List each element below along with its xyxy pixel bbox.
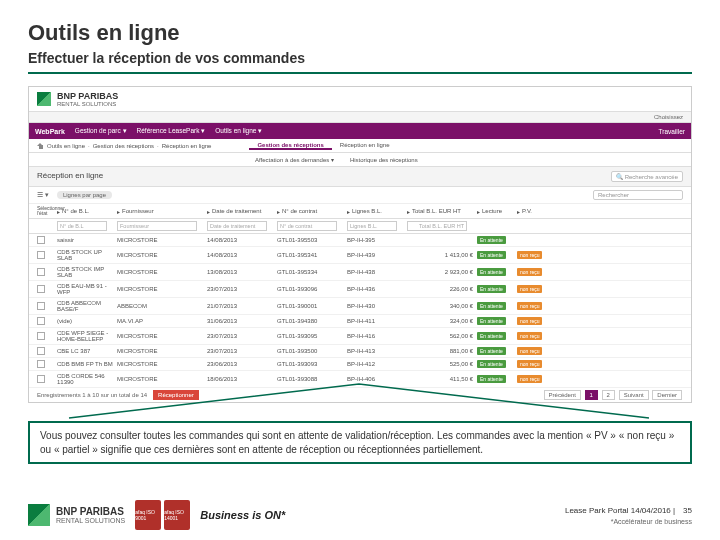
filter-contrat[interactable]: N° de contrat (277, 221, 337, 231)
cell-pv: non reçu (517, 332, 572, 340)
table-row[interactable]: CDB STOCK UP SLABMICROSTORE14/08/2013GTL… (29, 247, 691, 264)
app-brand[interactable]: WebPark (35, 128, 65, 135)
cell-contrat: GTL01-393093 (277, 361, 347, 367)
cell-bl: saissir (57, 237, 117, 243)
row-checkbox[interactable] (37, 302, 45, 310)
breadcrumb-bar: Outils en ligne · Gestion des réceptions… (29, 139, 691, 153)
col-fournisseur[interactable]: ▸ Fournisseur (117, 206, 207, 216)
col-bl[interactable]: ▸ N° de B.L. (57, 206, 117, 216)
cell-total: 1 413,00 € (407, 252, 477, 258)
filter-lignes[interactable]: Lignes B.L. (347, 221, 397, 231)
cell-contrat: GTL01-395341 (277, 252, 347, 258)
col-pv[interactable]: ▸ P.V. (517, 206, 572, 216)
table-row[interactable]: CDB CORDE 546 11390MICROSTORE18/06/2013G… (29, 371, 691, 388)
cell-four: MICROSTORE (117, 252, 207, 258)
row-checkbox[interactable] (37, 236, 45, 244)
tab-gestion[interactable]: Gestion des réceptions (249, 142, 331, 150)
menu-item-parc[interactable]: Gestion de parc ▾ (75, 127, 127, 135)
table-headers: Sélectionner l'état ▸ N° de B.L. ▸ Fourn… (29, 204, 691, 219)
cell-pv: non reçu (517, 285, 572, 293)
cell-lecture: En attente (477, 347, 517, 355)
cell-pv: non reçu (517, 360, 572, 368)
table-row[interactable]: CDB EAU-MB 91 - WFPMICROSTORE23/07/2013G… (29, 281, 691, 298)
table-row[interactable]: CBE LC 387MICROSTORE23/07/2013GTL01-3935… (29, 345, 691, 358)
pager-info: Enregistrements 1 à 10 sur un total de 1… (37, 392, 147, 398)
cell-bl: (vide) (57, 318, 117, 324)
pager-prev[interactable]: Précédent (544, 390, 581, 400)
cell-total: 226,00 € (407, 286, 477, 292)
cell-bl: CBE LC 387 (57, 348, 117, 354)
cell-date: 14/08/2013 (207, 237, 277, 243)
table-row[interactable]: saissirMICROSTORE14/08/2013GTL01-395503B… (29, 234, 691, 247)
row-checkbox[interactable] (37, 360, 45, 368)
filter-row: ☰ ▾ Lignes par page Rechercher (29, 187, 691, 204)
filter-total[interactable]: Total B.L. EUR HT (407, 221, 467, 231)
afaq-badges: afaq ISO 9001 afaq ISO 14001 (135, 500, 190, 530)
filter-toggle[interactable]: ☰ ▾ (37, 191, 49, 199)
subtab-affectation[interactable]: Affectation à des demandes ▾ (247, 153, 342, 166)
panel-title-bar: Réception en ligne 🔍 Recherche avancée (29, 167, 691, 187)
cell-pv: non reçu (517, 317, 572, 325)
brand-sub: RENTAL SOLUTIONS (57, 101, 118, 107)
menu-item-ref[interactable]: Référence LeasePark ▾ (137, 127, 206, 135)
cell-bl: CDB ABBECOM BASE/F (57, 300, 117, 312)
home-icon (37, 143, 44, 149)
cell-lignes: BP-IH-436 (347, 286, 407, 292)
slide-title: Outils en ligne (28, 20, 692, 46)
row-checkbox[interactable] (37, 285, 45, 293)
afaq-14001-icon: afaq ISO 14001 (164, 500, 190, 530)
row-checkbox[interactable] (37, 251, 45, 259)
breadcrumb[interactable]: Outils en ligne · Gestion des réceptions… (29, 139, 219, 152)
pager-2[interactable]: 2 (602, 390, 615, 400)
cell-four: MICROSTORE (117, 348, 207, 354)
row-checkbox[interactable] (37, 375, 45, 383)
col-lignes[interactable]: ▸ Lignes B.L. (347, 206, 407, 216)
row-checkbox[interactable] (37, 317, 45, 325)
col-contrat[interactable]: ▸ N° de contrat (277, 206, 347, 216)
cell-contrat: GTL01-390001 (277, 303, 347, 309)
table-row[interactable]: (vide)MA.VI.AP31/06/2013GTL01-394380BP-I… (29, 315, 691, 328)
cell-total: 324,00 € (407, 318, 477, 324)
cell-pv: non reçu (517, 268, 572, 276)
table-row[interactable]: CDE WFP SIEGE - HOME-BELLEFPMICROSTORE23… (29, 328, 691, 345)
receive-button[interactable]: Réceptionner (153, 390, 199, 400)
menu-item-outils[interactable]: Outils en ligne ▾ (215, 127, 262, 135)
cell-date: 23/07/2013 (207, 333, 277, 339)
row-checkbox[interactable] (37, 268, 45, 276)
pager-next[interactable]: Suivant (619, 390, 649, 400)
cell-lecture: En attente (477, 236, 517, 244)
col-total[interactable]: ▸ Total B.L. EUR HT (407, 206, 477, 216)
filter-bl[interactable]: N° de B.L (57, 221, 107, 231)
cell-four: ABBECOM (117, 303, 207, 309)
table-body: saissirMICROSTORE14/08/2013GTL01-395503B… (29, 234, 691, 388)
pager-1[interactable]: 1 (585, 390, 598, 400)
table-row[interactable]: CDB STOCK IMP SLABMICROSTORE13/08/2013GT… (29, 264, 691, 281)
filter-four[interactable]: Fournisseur (117, 221, 197, 231)
pager-controls: Précédent 1 2 Suivant Dernier (543, 392, 683, 398)
table-row[interactable]: CDB ABBECOM BASE/FABBECOM21/07/2013GTL01… (29, 298, 691, 315)
cell-lignes: BP-IH-430 (347, 303, 407, 309)
cell-pv: non reçu (517, 302, 572, 310)
cell-lignes: BP-IH-411 (347, 318, 407, 324)
bnp-logo-icon (28, 504, 50, 526)
row-checkbox[interactable] (37, 332, 45, 340)
user-select[interactable]: Choisissez (654, 114, 683, 120)
row-checkbox[interactable] (37, 347, 45, 355)
col-lecture[interactable]: ▸ Lecture (477, 206, 517, 216)
subtab-historique[interactable]: Historique des réceptions (342, 153, 426, 166)
lines-per-page[interactable]: Lignes par page (57, 191, 112, 199)
adv-search-button[interactable]: 🔍 Recherche avancée (611, 171, 683, 182)
footer-slogan: *Accélérateur de business (565, 518, 692, 525)
cell-bl: CDB STOCK IMP SLAB (57, 266, 117, 278)
cell-lecture: En attente (477, 375, 517, 383)
filter-date[interactable]: Date de traitement (207, 221, 267, 231)
cell-date: 23/06/2013 (207, 361, 277, 367)
subtab-bar: Affectation à des demandes ▾ Historique … (29, 153, 691, 167)
tab-reception[interactable]: Réception en ligne (332, 142, 398, 148)
menu-right[interactable]: Travailler (659, 128, 686, 135)
table-row[interactable]: CDB BMB FP Th BMMICROSTORE23/06/2013GTL0… (29, 358, 691, 371)
cell-bl: CDB EAU-MB 91 - WFP (57, 283, 117, 295)
pager-last[interactable]: Dernier (652, 390, 682, 400)
col-date[interactable]: ▸ Date de traitement (207, 206, 277, 216)
search-input[interactable]: Rechercher (593, 190, 683, 200)
